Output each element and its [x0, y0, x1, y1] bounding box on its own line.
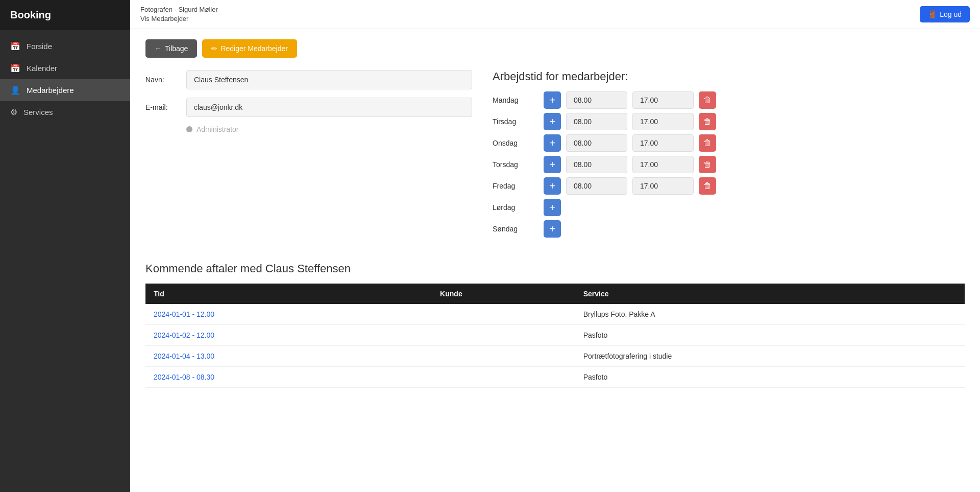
days-container: Mandag+🗑Tirsdag+🗑Onsdag+🗑Torsdag+🗑Fredag… — [493, 91, 965, 238]
toolbar: ← Tilbage ✏ Rediger Medarbejder — [145, 39, 965, 58]
start-time-input[interactable] — [566, 134, 627, 152]
sidebar-item-services[interactable]: ⚙ Services — [0, 101, 130, 123]
person-icon: 👤 — [10, 85, 20, 95]
main-content: Fotografen - Sigurd Møller Vis Medarbejd… — [130, 0, 980, 492]
email-input[interactable] — [186, 98, 472, 117]
end-time-input[interactable] — [632, 134, 694, 152]
table-head: Tid Kunde Service — [145, 284, 965, 304]
add-time-button[interactable]: + — [544, 91, 561, 109]
time-block: 🗑 — [566, 113, 965, 130]
time-block: 🗑 — [566, 134, 965, 152]
appointment-time[interactable]: 2024-01-02 - 12.00 — [145, 325, 432, 346]
breadcrumb: Fotografen - Sigurd Møller Vis Medarbejd… — [140, 5, 218, 24]
add-time-button[interactable]: + — [544, 177, 561, 195]
add-time-button[interactable]: + — [544, 134, 561, 152]
start-time-input[interactable] — [566, 91, 627, 109]
sidebar-item-kalender[interactable]: 📅 Kalender — [0, 57, 130, 79]
header-bar: Fotografen - Sigurd Møller Vis Medarbejd… — [130, 0, 980, 29]
day-name: Torsdag — [493, 160, 538, 169]
appointment-service: Portrætfotografering i studie — [575, 346, 965, 367]
appointment-kunde — [432, 304, 575, 325]
appointment-kunde — [432, 325, 575, 346]
appointment-kunde — [432, 346, 575, 367]
col-service: Service — [575, 284, 965, 304]
add-time-button[interactable]: + — [544, 113, 561, 130]
add-time-button[interactable]: + — [544, 156, 561, 173]
sidebar-item-forside[interactable]: 📅 Forside — [0, 35, 130, 57]
day-row: Fredag+🗑 — [493, 177, 965, 195]
appointments-section: Kommende aftaler med Claus Steffensen Ti… — [145, 262, 965, 388]
add-time-button[interactable]: + — [544, 199, 561, 216]
day-name: Lørdag — [493, 203, 538, 212]
breadcrumb-line2: Vis Medarbejder — [140, 14, 218, 24]
appointment-kunde — [432, 367, 575, 388]
appointment-service: Pasfoto — [575, 367, 965, 388]
end-time-input[interactable] — [632, 156, 694, 173]
start-time-input[interactable] — [566, 177, 627, 195]
sidebar-label-forside: Forside — [27, 42, 52, 51]
sidebar-item-medarbejdere[interactable]: 👤 Medarbejdere — [0, 79, 130, 101]
sidebar-label-medarbejdere: Medarbejdere — [27, 86, 74, 95]
appointment-time[interactable]: 2024-01-08 - 08.30 — [145, 367, 432, 388]
time-block: 🗑 — [566, 177, 965, 195]
delete-time-button[interactable]: 🗑 — [699, 156, 716, 173]
end-time-input[interactable] — [632, 91, 694, 109]
sidebar: Booking 📅 Forside 📅 Kalender 👤 Medarbejd… — [0, 0, 130, 492]
time-block: 🗑 — [566, 91, 965, 109]
end-time-input[interactable] — [632, 177, 694, 195]
day-row: Onsdag+🗑 — [493, 134, 965, 152]
pencil-icon: ✏ — [211, 44, 217, 53]
email-row: E-mail: — [145, 98, 472, 117]
two-col-layout: Navn: E-mail: Administrator Arbejdstid f… — [145, 70, 965, 242]
back-button[interactable]: ← Tilbage — [145, 39, 197, 58]
appointment-service: Bryllups Foto, Pakke A — [575, 304, 965, 325]
logout-button[interactable]: 🚪 Log ud — [920, 6, 970, 22]
table-row: 2024-01-01 - 12.00Bryllups Foto, Pakke A — [145, 304, 965, 325]
appointment-service: Pasfoto — [575, 325, 965, 346]
app-title: Booking — [0, 0, 130, 30]
day-name: Onsdag — [493, 139, 538, 147]
day-row: Mandag+🗑 — [493, 91, 965, 109]
gear-icon: ⚙ — [10, 107, 17, 117]
back-label: Tilbage — [165, 44, 188, 53]
name-label: Navn: — [145, 76, 186, 84]
end-time-input[interactable] — [632, 113, 694, 130]
day-name: Mandag — [493, 96, 538, 104]
table-row: 2024-01-08 - 08.30Pasfoto — [145, 367, 965, 388]
back-arrow-icon: ← — [155, 44, 162, 53]
add-time-button[interactable]: + — [544, 220, 561, 238]
delete-time-button[interactable]: 🗑 — [699, 177, 716, 195]
email-label: E-mail: — [145, 103, 186, 111]
day-row: Torsdag+🗑 — [493, 156, 965, 173]
day-row: Søndag+ — [493, 220, 965, 238]
admin-label: Administrator — [197, 125, 238, 133]
delete-time-button[interactable]: 🗑 — [699, 134, 716, 152]
delete-time-button[interactable]: 🗑 — [699, 113, 716, 130]
delete-time-button[interactable]: 🗑 — [699, 91, 716, 109]
day-row: Lørdag+ — [493, 199, 965, 216]
appointment-time[interactable]: 2024-01-01 - 12.00 — [145, 304, 432, 325]
appointments-table: Tid Kunde Service 2024-01-01 - 12.00Bryl… — [145, 284, 965, 388]
calendar2-icon: 📅 — [10, 63, 20, 73]
appointment-time[interactable]: 2024-01-04 - 13.00 — [145, 346, 432, 367]
arbejdstid-section: Arbejdstid for medarbejder: Mandag+🗑Tirs… — [493, 70, 965, 242]
edit-button[interactable]: ✏ Rediger Medarbejder — [202, 39, 297, 58]
col-kunde: Kunde — [432, 284, 575, 304]
start-time-input[interactable] — [566, 156, 627, 173]
logout-icon: 🚪 — [928, 10, 937, 18]
calendar-icon: 📅 — [10, 41, 20, 51]
table-header-row: Tid Kunde Service — [145, 284, 965, 304]
admin-dot-indicator — [186, 126, 192, 132]
sidebar-label-services: Services — [23, 108, 53, 116]
sidebar-label-kalender: Kalender — [27, 64, 57, 73]
name-row: Navn: — [145, 70, 472, 89]
logout-label: Log ud — [940, 10, 962, 18]
start-time-input[interactable] — [566, 113, 627, 130]
breadcrumb-line1: Fotografen - Sigurd Møller — [140, 5, 218, 14]
day-name: Tirsdag — [493, 118, 538, 126]
name-input[interactable] — [186, 70, 472, 89]
table-row: 2024-01-02 - 12.00Pasfoto — [145, 325, 965, 346]
appointments-title: Kommende aftaler med Claus Steffensen — [145, 262, 965, 275]
day-row: Tirsdag+🗑 — [493, 113, 965, 130]
time-block: 🗑 — [566, 156, 965, 173]
